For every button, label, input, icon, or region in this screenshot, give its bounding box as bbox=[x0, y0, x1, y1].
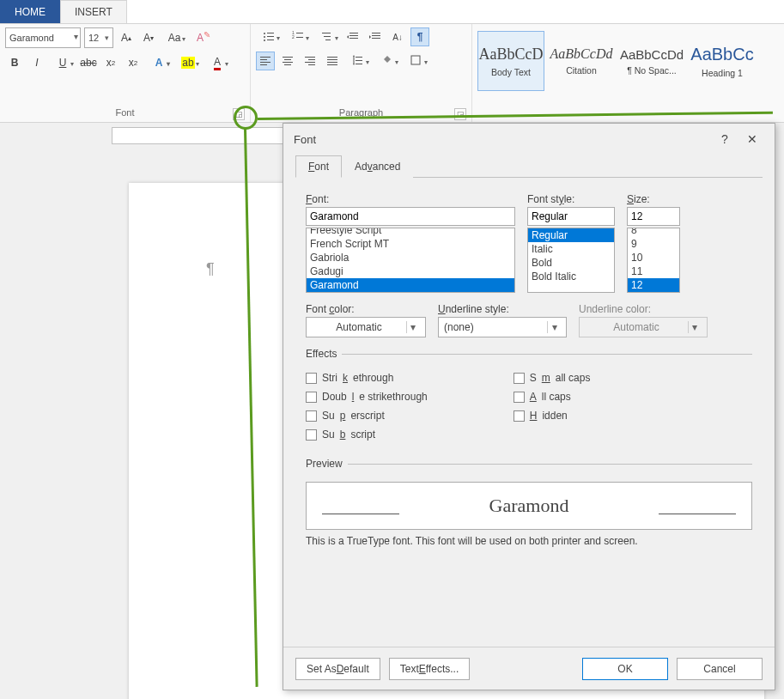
svg-marker-20 bbox=[369, 35, 371, 39]
svg-rect-21 bbox=[260, 57, 270, 58]
list-item[interactable]: Regular bbox=[528, 228, 614, 242]
svg-rect-10 bbox=[322, 33, 331, 33]
line-spacing-button[interactable] bbox=[345, 52, 371, 70]
grow-font-button[interactable]: A▴ bbox=[117, 28, 136, 47]
font-color-button[interactable]: A bbox=[204, 53, 230, 72]
highlight-button[interactable]: ab bbox=[175, 53, 201, 72]
text-effects-button[interactable]: Text Effects... bbox=[389, 658, 471, 680]
align-right-button[interactable] bbox=[301, 52, 319, 70]
font-color-combo[interactable]: Automatic▾ bbox=[306, 317, 426, 337]
superscript-button[interactable]: x2 bbox=[124, 53, 143, 72]
cancel-button[interactable]: Cancel bbox=[677, 658, 763, 680]
svg-rect-38 bbox=[356, 60, 362, 61]
effects-group: Effects Strikethrough Double strikethrou… bbox=[306, 348, 752, 441]
decrease-indent-button[interactable] bbox=[343, 27, 362, 46]
list-item[interactable]: Garamond bbox=[307, 278, 514, 292]
list-item[interactable]: 10 bbox=[628, 251, 679, 264]
bullet-list-button[interactable] bbox=[256, 27, 282, 46]
style-tile[interactable]: AaBbCcDBody Text bbox=[477, 31, 544, 91]
text-effects-button[interactable]: A bbox=[146, 53, 172, 72]
group-label-font: Font bbox=[115, 107, 134, 118]
bold-button[interactable]: B bbox=[5, 53, 24, 72]
font-note: This is a TrueType font. This font will … bbox=[306, 535, 752, 547]
strikethrough-button[interactable]: abc bbox=[79, 53, 98, 72]
svg-rect-14 bbox=[349, 35, 358, 36]
tab-home[interactable]: HOME bbox=[0, 0, 60, 23]
paragraph-dialog-launcher[interactable]: ◲ bbox=[454, 108, 466, 120]
justify-button[interactable] bbox=[323, 52, 342, 70]
font-style-listbox[interactable]: RegularItalicBoldBold Italic bbox=[527, 228, 615, 293]
svg-rect-43 bbox=[411, 56, 420, 64]
sort-button[interactable]: A↓ bbox=[388, 27, 407, 46]
underline-button[interactable]: U bbox=[50, 53, 76, 72]
list-item[interactable]: Gabriola bbox=[307, 251, 514, 264]
size-listbox[interactable]: 89101112 bbox=[627, 228, 680, 293]
shading-button[interactable] bbox=[374, 52, 400, 70]
set-default-button[interactable]: Set As Default bbox=[295, 658, 380, 680]
list-item[interactable]: 12 bbox=[628, 278, 679, 292]
double-strike-check[interactable]: Double strikethrough bbox=[306, 391, 428, 403]
smallcaps-check[interactable]: Small caps bbox=[514, 372, 591, 384]
svg-rect-12 bbox=[325, 40, 331, 40]
list-item[interactable]: 11 bbox=[628, 264, 679, 278]
strike-check[interactable]: Strikethrough bbox=[306, 372, 428, 384]
list-item[interactable]: French Script MT bbox=[307, 237, 514, 251]
svg-marker-16 bbox=[347, 35, 349, 39]
list-item[interactable]: Gadugi bbox=[307, 264, 514, 278]
list-item[interactable]: Italic bbox=[528, 242, 614, 256]
svg-rect-25 bbox=[283, 57, 293, 58]
close-button[interactable]: ✕ bbox=[737, 127, 768, 151]
svg-rect-35 bbox=[327, 62, 337, 63]
style-tile[interactable]: AaBbCcHeading 1 bbox=[689, 31, 756, 91]
increase-indent-button[interactable] bbox=[366, 27, 385, 46]
svg-rect-27 bbox=[283, 62, 293, 63]
italic-button[interactable]: I bbox=[27, 53, 46, 72]
multilevel-list-button[interactable] bbox=[314, 27, 340, 46]
align-center-button[interactable] bbox=[278, 52, 297, 70]
underline-style-label: Underline style: bbox=[438, 303, 567, 315]
dialog-tab-font[interactable]: Font bbox=[295, 155, 342, 178]
align-left-button[interactable] bbox=[256, 52, 275, 70]
list-item[interactable]: 9 bbox=[628, 237, 679, 251]
help-button[interactable]: ? bbox=[713, 132, 737, 146]
svg-rect-39 bbox=[356, 64, 362, 64]
clear-formatting-button[interactable]: A✎ bbox=[191, 28, 210, 47]
font-style-input[interactable] bbox=[527, 207, 615, 226]
svg-rect-31 bbox=[305, 62, 315, 63]
underline-style-combo[interactable]: (none)▾ bbox=[438, 317, 567, 337]
number-list-button[interactable]: 12 bbox=[285, 27, 311, 46]
ok-button[interactable]: OK bbox=[582, 658, 668, 680]
svg-rect-1 bbox=[267, 33, 274, 33]
list-item[interactable]: Freestyle Script bbox=[307, 228, 514, 237]
pilcrow-mark: ¶ bbox=[206, 260, 215, 278]
dialog-tab-advanced[interactable]: Advanced bbox=[342, 155, 413, 178]
hidden-check[interactable]: Hidden bbox=[514, 410, 591, 422]
shrink-font-button[interactable]: A▾ bbox=[139, 28, 158, 47]
font-dialog-launcher[interactable]: ◲ bbox=[233, 108, 245, 120]
svg-rect-33 bbox=[327, 57, 337, 58]
svg-rect-28 bbox=[284, 64, 291, 65]
font-input[interactable] bbox=[306, 207, 515, 226]
superscript-check[interactable]: Superscript bbox=[306, 410, 428, 422]
style-tile[interactable]: AaBbCcDd¶ No Spac... bbox=[618, 31, 685, 91]
allcaps-check[interactable]: All caps bbox=[514, 391, 591, 403]
subscript-check[interactable]: Subscript bbox=[306, 429, 428, 441]
size-input[interactable] bbox=[627, 207, 680, 226]
tab-insert[interactable]: INSERT bbox=[60, 0, 127, 23]
list-item[interactable]: 8 bbox=[628, 228, 679, 237]
change-case-button[interactable]: Aa bbox=[161, 28, 187, 47]
font-size-combo[interactable]: 12▾ bbox=[84, 27, 113, 48]
svg-rect-36 bbox=[327, 64, 337, 65]
font-style-label: Font style: bbox=[527, 193, 615, 205]
font-listbox[interactable]: Freestyle ScriptFrench Script MTGabriola… bbox=[306, 228, 515, 293]
svg-rect-13 bbox=[349, 33, 358, 33]
svg-point-2 bbox=[264, 36, 265, 38]
list-item[interactable]: Bold bbox=[528, 256, 614, 270]
show-pilcrow-button[interactable]: ¶ bbox=[410, 27, 429, 46]
svg-rect-24 bbox=[260, 64, 267, 65]
font-name-combo[interactable]: Garamond bbox=[5, 27, 81, 48]
style-tile[interactable]: AaBbCcDdCitation bbox=[548, 31, 615, 91]
list-item[interactable]: Bold Italic bbox=[528, 270, 614, 283]
borders-button[interactable] bbox=[404, 52, 429, 70]
subscript-button[interactable]: x2 bbox=[101, 53, 120, 72]
